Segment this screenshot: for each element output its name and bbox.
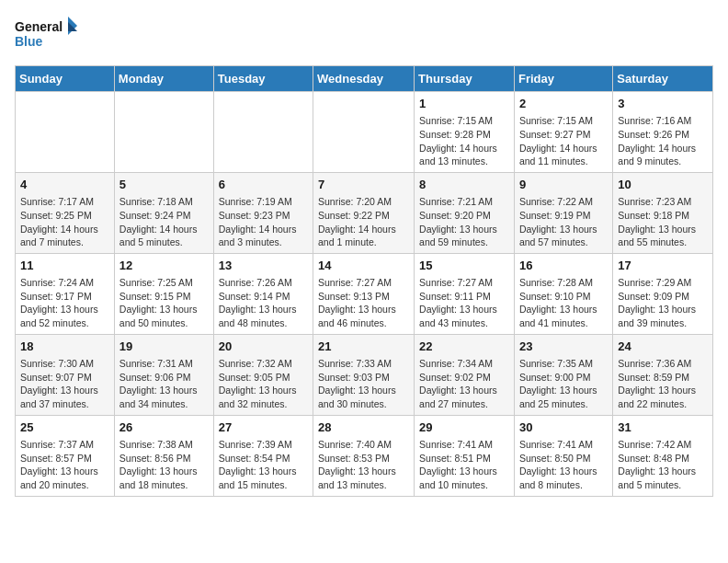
calendar-week-row: 11Sunrise: 7:24 AM Sunset: 9:17 PM Dayli…: [16, 253, 713, 334]
cell-content: Sunrise: 7:15 AM Sunset: 9:27 PM Dayligh…: [519, 114, 608, 168]
weekday-header-row: SundayMondayTuesdayWednesdayThursdayFrid…: [16, 66, 713, 92]
day-number: 31: [618, 419, 708, 436]
calendar-cell: 30Sunrise: 7:41 AM Sunset: 8:50 PM Dayli…: [514, 415, 612, 496]
day-number: 6: [219, 177, 308, 193]
svg-text:Blue: Blue: [15, 34, 43, 49]
day-number: 9: [519, 177, 608, 193]
cell-content: Sunrise: 7:24 AM Sunset: 9:17 PM Dayligh…: [20, 276, 109, 330]
calendar-cell: 9Sunrise: 7:22 AM Sunset: 9:19 PM Daylig…: [514, 172, 612, 253]
cell-content: Sunrise: 7:18 AM Sunset: 9:24 PM Dayligh…: [119, 195, 209, 249]
calendar-week-row: 1Sunrise: 7:15 AM Sunset: 9:28 PM Daylig…: [16, 92, 713, 173]
svg-text:General: General: [15, 19, 63, 34]
weekday-header-tuesday: Tuesday: [213, 66, 313, 92]
calendar-week-row: 18Sunrise: 7:30 AM Sunset: 9:07 PM Dayli…: [16, 334, 713, 415]
calendar-cell: 15Sunrise: 7:27 AM Sunset: 9:11 PM Dayli…: [415, 253, 515, 334]
calendar-cell: 19Sunrise: 7:31 AM Sunset: 9:06 PM Dayli…: [114, 334, 213, 415]
cell-content: Sunrise: 7:27 AM Sunset: 9:11 PM Dayligh…: [419, 276, 509, 330]
calendar-cell: 2Sunrise: 7:15 AM Sunset: 9:27 PM Daylig…: [514, 92, 612, 173]
cell-content: Sunrise: 7:23 AM Sunset: 9:18 PM Dayligh…: [618, 195, 708, 249]
weekday-header-thursday: Thursday: [415, 66, 515, 92]
day-number: 7: [318, 177, 409, 193]
calendar-cell: [114, 92, 213, 173]
cell-content: Sunrise: 7:22 AM Sunset: 9:19 PM Dayligh…: [519, 195, 608, 249]
day-number: 8: [419, 177, 509, 193]
day-number: 28: [318, 419, 409, 436]
calendar-cell: 14Sunrise: 7:27 AM Sunset: 9:13 PM Dayli…: [313, 253, 415, 334]
cell-content: Sunrise: 7:25 AM Sunset: 9:15 PM Dayligh…: [119, 276, 209, 330]
calendar-cell: 28Sunrise: 7:40 AM Sunset: 8:53 PM Dayli…: [313, 415, 415, 496]
calendar-cell: 27Sunrise: 7:39 AM Sunset: 8:54 PM Dayli…: [213, 415, 313, 496]
day-number: 25: [20, 419, 109, 436]
calendar-cell: 10Sunrise: 7:23 AM Sunset: 9:18 PM Dayli…: [613, 172, 713, 253]
calendar-cell: 23Sunrise: 7:35 AM Sunset: 9:00 PM Dayli…: [514, 334, 612, 415]
calendar-cell: 5Sunrise: 7:18 AM Sunset: 9:24 PM Daylig…: [114, 172, 213, 253]
day-number: 1: [419, 96, 509, 112]
cell-content: Sunrise: 7:27 AM Sunset: 9:13 PM Dayligh…: [318, 276, 409, 330]
cell-content: Sunrise: 7:26 AM Sunset: 9:14 PM Dayligh…: [219, 276, 308, 330]
calendar-cell: [213, 92, 313, 173]
weekday-header-sunday: Sunday: [16, 66, 115, 92]
calendar-cell: 8Sunrise: 7:21 AM Sunset: 9:20 PM Daylig…: [415, 172, 515, 253]
cell-content: Sunrise: 7:38 AM Sunset: 8:56 PM Dayligh…: [119, 438, 209, 492]
page-header: General Blue: [15, 15, 713, 56]
cell-content: Sunrise: 7:42 AM Sunset: 8:48 PM Dayligh…: [618, 438, 708, 492]
cell-content: Sunrise: 7:39 AM Sunset: 8:54 PM Dayligh…: [219, 438, 308, 492]
calendar-cell: [16, 92, 115, 173]
weekday-header-friday: Friday: [514, 66, 612, 92]
weekday-header-wednesday: Wednesday: [313, 66, 415, 92]
calendar-cell: 20Sunrise: 7:32 AM Sunset: 9:05 PM Dayli…: [213, 334, 313, 415]
day-number: 5: [119, 177, 209, 193]
day-number: 12: [119, 258, 209, 274]
cell-content: Sunrise: 7:20 AM Sunset: 9:22 PM Dayligh…: [318, 195, 409, 249]
weekday-header-monday: Monday: [114, 66, 213, 92]
day-number: 29: [419, 419, 509, 436]
logo: General Blue: [15, 15, 79, 56]
day-number: 21: [318, 339, 409, 355]
calendar-cell: 4Sunrise: 7:17 AM Sunset: 9:25 PM Daylig…: [16, 172, 115, 253]
calendar-cell: 17Sunrise: 7:29 AM Sunset: 9:09 PM Dayli…: [613, 253, 713, 334]
cell-content: Sunrise: 7:28 AM Sunset: 9:10 PM Dayligh…: [519, 276, 608, 330]
day-number: 22: [419, 339, 509, 355]
calendar-cell: 21Sunrise: 7:33 AM Sunset: 9:03 PM Dayli…: [313, 334, 415, 415]
day-number: 19: [119, 339, 209, 355]
cell-content: Sunrise: 7:35 AM Sunset: 9:00 PM Dayligh…: [519, 357, 608, 411]
calendar-week-row: 4Sunrise: 7:17 AM Sunset: 9:25 PM Daylig…: [16, 172, 713, 253]
cell-content: Sunrise: 7:32 AM Sunset: 9:05 PM Dayligh…: [219, 357, 308, 411]
day-number: 16: [519, 258, 608, 274]
calendar-cell: 12Sunrise: 7:25 AM Sunset: 9:15 PM Dayli…: [114, 253, 213, 334]
calendar-cell: 1Sunrise: 7:15 AM Sunset: 9:28 PM Daylig…: [415, 92, 515, 173]
day-number: 26: [119, 419, 209, 436]
calendar-cell: 18Sunrise: 7:30 AM Sunset: 9:07 PM Dayli…: [16, 334, 115, 415]
calendar-cell: 13Sunrise: 7:26 AM Sunset: 9:14 PM Dayli…: [213, 253, 313, 334]
logo-svg: General Blue: [15, 15, 79, 56]
day-number: 23: [519, 339, 608, 355]
calendar-cell: 24Sunrise: 7:36 AM Sunset: 8:59 PM Dayli…: [613, 334, 713, 415]
day-number: 24: [618, 339, 708, 355]
cell-content: Sunrise: 7:33 AM Sunset: 9:03 PM Dayligh…: [318, 357, 409, 411]
calendar-cell: [313, 92, 415, 173]
day-number: 10: [618, 177, 708, 193]
calendar-week-row: 25Sunrise: 7:37 AM Sunset: 8:57 PM Dayli…: [16, 415, 713, 496]
day-number: 15: [419, 258, 509, 274]
calendar-cell: 3Sunrise: 7:16 AM Sunset: 9:26 PM Daylig…: [613, 92, 713, 173]
cell-content: Sunrise: 7:21 AM Sunset: 9:20 PM Dayligh…: [419, 195, 509, 249]
cell-content: Sunrise: 7:17 AM Sunset: 9:25 PM Dayligh…: [20, 195, 109, 249]
calendar-cell: 6Sunrise: 7:19 AM Sunset: 9:23 PM Daylig…: [213, 172, 313, 253]
calendar-cell: 29Sunrise: 7:41 AM Sunset: 8:51 PM Dayli…: [415, 415, 515, 496]
cell-content: Sunrise: 7:34 AM Sunset: 9:02 PM Dayligh…: [419, 357, 509, 411]
cell-content: Sunrise: 7:37 AM Sunset: 8:57 PM Dayligh…: [20, 438, 109, 492]
day-number: 20: [219, 339, 308, 355]
day-number: 3: [618, 96, 708, 112]
calendar-cell: 16Sunrise: 7:28 AM Sunset: 9:10 PM Dayli…: [514, 253, 612, 334]
day-number: 13: [219, 258, 308, 274]
calendar-cell: 25Sunrise: 7:37 AM Sunset: 8:57 PM Dayli…: [16, 415, 115, 496]
cell-content: Sunrise: 7:40 AM Sunset: 8:53 PM Dayligh…: [318, 438, 409, 492]
calendar-table: SundayMondayTuesdayWednesdayThursdayFrid…: [15, 65, 713, 497]
day-number: 18: [20, 339, 109, 355]
cell-content: Sunrise: 7:19 AM Sunset: 9:23 PM Dayligh…: [219, 195, 308, 249]
cell-content: Sunrise: 7:30 AM Sunset: 9:07 PM Dayligh…: [20, 357, 109, 411]
cell-content: Sunrise: 7:16 AM Sunset: 9:26 PM Dayligh…: [618, 114, 708, 168]
day-number: 11: [20, 258, 109, 274]
weekday-header-saturday: Saturday: [613, 66, 713, 92]
calendar-cell: 26Sunrise: 7:38 AM Sunset: 8:56 PM Dayli…: [114, 415, 213, 496]
